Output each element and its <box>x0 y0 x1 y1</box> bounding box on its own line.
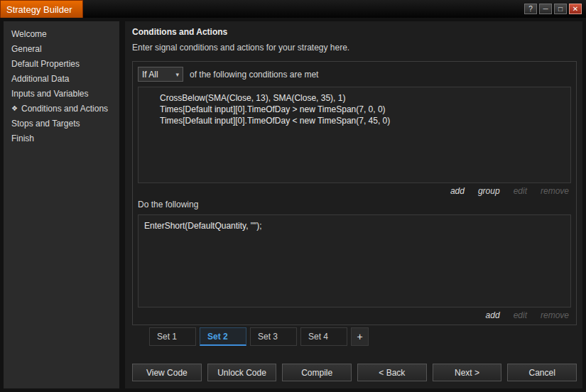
minimize-button[interactable]: ─ <box>539 4 552 14</box>
sidebar-item-label: Finish <box>11 134 34 143</box>
sidebar-item-inputs-and-variables[interactable]: Inputs and Variables <box>4 86 119 101</box>
sidebar-item-label: General <box>11 44 42 54</box>
selected-marker-icon: ❖ <box>11 104 18 112</box>
sidebar-item-general[interactable]: General <box>4 41 119 56</box>
condition-item[interactable]: CrossBelow(SMA(Close, 13), SMA(Close, 35… <box>160 92 566 104</box>
conditions-actions-panel: If All ▾ of the following conditions are… <box>132 61 577 325</box>
condition-item[interactable]: Times[Default input][0].TimeOfDay < new … <box>160 115 566 126</box>
condition-item[interactable]: Times[Default input][0].TimeOfDay > new … <box>160 104 566 115</box>
condition-links: add group edit remove <box>138 183 571 197</box>
sidebar-item-stops-and-targets[interactable]: Stops and Targets <box>4 116 119 131</box>
page-subtitle: Enter signal conditions and actions for … <box>132 43 577 53</box>
tab-set-4[interactable]: Set 4 <box>300 327 347 346</box>
condition-mode-suffix: of the following conditions are met <box>190 70 318 80</box>
actions-list[interactable]: EnterShort(DefaultQuantity, ""); <box>138 214 571 307</box>
edit-condition-link: edit <box>514 186 527 196</box>
action-links: add edit remove <box>138 307 571 322</box>
conditions-list[interactable]: CrossBelow(SMA(Close, 13), SMA(Close, 35… <box>138 87 571 183</box>
unlock-code-button[interactable]: Unlock Code <box>207 364 277 381</box>
sidebar-item-additional-data[interactable]: Additional Data <box>4 71 119 86</box>
chevron-down-icon: ▾ <box>175 71 179 78</box>
sidebar-item-default-properties[interactable]: Default Properties <box>4 56 119 71</box>
titlebar[interactable]: Strategy Builder ? ─ □ ✕ <box>0 0 586 18</box>
minimize-icon: ─ <box>543 6 548 13</box>
condition-mode-row: If All ▾ of the following conditions are… <box>138 67 571 82</box>
add-condition-link[interactable]: add <box>450 186 465 196</box>
condition-mode-select[interactable]: If All ▾ <box>138 67 183 82</box>
view-code-button[interactable]: View Code <box>132 364 202 381</box>
maximize-icon: □ <box>558 6 563 13</box>
sidebar-item-label: Welcome <box>11 29 47 39</box>
remove-condition-link: remove <box>541 186 569 196</box>
sidebar-item-label: Additional Data <box>11 74 69 84</box>
sidebar: Welcome General Default Properties Addit… <box>4 21 119 388</box>
main-content: Conditions and Actions Enter signal cond… <box>125 21 582 388</box>
next-button[interactable]: Next > <box>433 364 502 381</box>
window-body: Welcome General Default Properties Addit… <box>0 18 586 392</box>
back-button[interactable]: < Back <box>357 364 427 381</box>
close-button[interactable]: ✕ <box>569 4 582 14</box>
group-condition-link[interactable]: group <box>478 186 500 196</box>
sidebar-item-finish[interactable]: Finish <box>4 131 119 146</box>
close-icon: ✕ <box>573 6 578 13</box>
sidebar-item-label: Stops and Targets <box>11 119 80 129</box>
window-controls: ? ─ □ ✕ <box>524 0 586 18</box>
add-action-link[interactable]: add <box>486 310 500 320</box>
window-title: Strategy Builder <box>0 0 83 18</box>
sidebar-item-label: Conditions and Actions <box>21 104 108 114</box>
tab-set-3[interactable]: Set 3 <box>250 327 297 346</box>
strategy-builder-window: Strategy Builder ? ─ □ ✕ Welcome General <box>0 0 586 392</box>
page-title: Conditions and Actions <box>132 27 577 37</box>
remove-action-link: remove <box>541 310 569 320</box>
tab-set-2[interactable]: Set 2 <box>200 327 246 346</box>
add-set-button[interactable]: + <box>351 327 369 346</box>
sidebar-item-welcome[interactable]: Welcome <box>4 26 119 41</box>
help-icon: ? <box>528 6 533 13</box>
edit-action-link: edit <box>514 310 527 320</box>
sidebar-item-conditions-and-actions[interactable]: ❖ Conditions and Actions <box>4 101 119 116</box>
help-button[interactable]: ? <box>524 4 537 14</box>
action-item[interactable]: EnterShort(DefaultQuantity, ""); <box>144 220 566 232</box>
bottom-button-row: View Code Unlock Code Compile < Back Nex… <box>132 364 577 383</box>
cancel-button[interactable]: Cancel <box>507 364 577 381</box>
condition-mode-value: If All <box>142 70 158 80</box>
maximize-button[interactable]: □ <box>554 4 567 14</box>
set-tabstrip: Set 1 Set 2 Set 3 Set 4 + <box>149 327 577 346</box>
actions-label: Do the following <box>138 200 571 209</box>
sidebar-item-label: Default Properties <box>11 59 80 69</box>
tab-set-1[interactable]: Set 1 <box>149 327 196 346</box>
compile-button[interactable]: Compile <box>282 364 352 381</box>
sidebar-item-label: Inputs and Variables <box>11 89 89 99</box>
